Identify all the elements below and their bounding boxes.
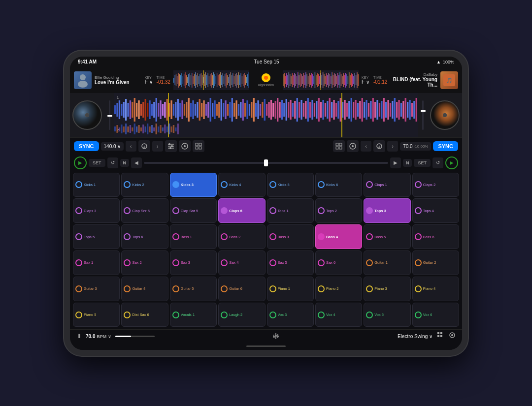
pad-guitar-4[interactable]: Guitar 4 — [121, 277, 168, 301]
right-loop-button[interactable]: ↺ — [432, 157, 443, 168]
pad-piano-6[interactable]: Dist Sax 6 — [121, 303, 168, 327]
record-button[interactable] — [262, 73, 270, 82]
pad-piano-4[interactable]: Piano 4 — [412, 277, 459, 301]
pad-claps-4[interactable]: Clap Snr 5 — [121, 198, 168, 223]
left-play-button[interactable]: ▶ — [74, 156, 87, 169]
pad-tops-5[interactable]: Tops 5 — [73, 224, 120, 249]
pad-tops-1[interactable]: Tops 1 — [267, 198, 314, 223]
left-sync-icon[interactable] — [179, 140, 191, 152]
pad-tops-4[interactable]: Tops 4 — [412, 198, 459, 223]
svg-rect-222 — [127, 126, 129, 132]
svg-rect-316 — [416, 98, 417, 122]
pad-guitar-3[interactable]: Guitar 3 — [73, 277, 120, 301]
svg-rect-157 — [142, 102, 144, 118]
svg-rect-254 — [281, 100, 283, 120]
left-bpm-display[interactable]: 140.0 ∨ — [101, 142, 124, 151]
right-play-button[interactable]: ▶ — [445, 156, 458, 169]
pad-bass-5[interactable]: Bass 5 — [364, 224, 410, 249]
pause-icon[interactable]: ⏸ — [76, 333, 82, 340]
pad-sax-4[interactable]: Sax 4 — [218, 250, 265, 275]
right-turntable[interactable] — [428, 93, 462, 137]
right-loop-icon[interactable]: 4 — [373, 140, 385, 152]
left-cue-back-button[interactable]: ◀ — [131, 157, 142, 168]
pad-piano-5[interactable]: Piano 5 — [73, 303, 120, 327]
pad-sax-5[interactable]: Sax 5 — [267, 250, 314, 275]
svg-rect-285 — [348, 101, 350, 119]
svg-rect-197 — [229, 102, 231, 118]
pad-tops-6[interactable]: Tops 6 — [121, 224, 168, 249]
left-turntable[interactable] — [70, 93, 104, 137]
pad-tops-2[interactable]: Tops 2 — [315, 198, 362, 223]
settings-icon-bottom[interactable] — [448, 331, 456, 341]
pad-sax-6[interactable]: Sax 6 — [315, 250, 362, 275]
right-n-button[interactable]: N — [403, 159, 412, 167]
pad-guitar-5[interactable]: Guitar 5 — [170, 277, 217, 301]
pad-piano-2[interactable]: Piano 2 — [315, 277, 362, 301]
svg-point-323 — [168, 143, 170, 145]
pad-kicks-4[interactable]: Kicks 4 — [218, 173, 265, 197]
svg-rect-178 — [188, 98, 190, 122]
pad-bass-3[interactable]: Bass 3 — [267, 224, 314, 249]
pad-bass-4[interactable]: Bass 4 — [315, 224, 362, 249]
left-pitch-bar[interactable] — [144, 162, 388, 164]
left-disc — [72, 100, 102, 130]
grid-icon-bottom[interactable] — [436, 331, 444, 341]
left-cue-fwd-button[interactable]: ▶ — [390, 157, 401, 168]
left-sync-button[interactable]: SYNC — [74, 141, 99, 151]
pad-vocals-6[interactable]: Vox 6 — [412, 303, 459, 327]
pad-guitar-1[interactable]: Guitar 1 — [364, 250, 410, 275]
pad-claps-1[interactable]: Claps 1 — [364, 173, 410, 197]
pad-piano-3[interactable]: Piano 3 — [364, 277, 410, 301]
svg-rect-206 — [249, 104, 250, 116]
pad-claps-3[interactable]: Claps 3 — [73, 198, 120, 223]
left-bpm-chevron: ∨ — [117, 144, 121, 149]
pad-kicks-3[interactable]: Kicks 3 — [170, 173, 217, 197]
right-sync-button[interactable]: SYNC — [433, 141, 458, 151]
right-sync-icon[interactable] — [347, 140, 359, 152]
pad-tops-3[interactable]: Tops 3 — [364, 198, 410, 223]
svg-rect-202 — [240, 102, 241, 118]
svg-rect-201 — [238, 104, 239, 116]
right-loop-back-button[interactable]: ‹ — [361, 141, 371, 152]
pad-claps-2[interactable]: Claps 2 — [412, 173, 459, 197]
pad-bass-2[interactable]: Bass 2 — [218, 224, 265, 249]
left-fx-icon[interactable] — [165, 140, 177, 152]
pad-kicks-6[interactable]: Kicks 6 — [315, 173, 362, 197]
left-loop-button[interactable]: ↺ — [107, 157, 118, 168]
right-set-button[interactable]: SET — [414, 159, 431, 167]
pad-sax-1[interactable]: Sax 1 — [73, 250, 120, 275]
left-loop-icon[interactable]: 4 — [138, 140, 150, 152]
pad-claps-5[interactable]: Clap Snr 5 — [170, 198, 217, 223]
bpm-slider[interactable] — [115, 336, 155, 337]
pad-claps-6[interactable]: Claps 6 — [218, 198, 265, 223]
right-loop-fwd-button[interactable]: › — [387, 141, 398, 152]
pad-vocals-3[interactable]: Vox 3 — [267, 303, 314, 327]
pad-vocals-5[interactable]: Vox 5 — [364, 303, 410, 327]
left-n-button[interactable]: N — [120, 159, 130, 167]
left-loop-back-button[interactable]: ‹ — [126, 141, 136, 152]
right-volume-slider[interactable] — [422, 100, 424, 130]
svg-rect-153 — [134, 98, 135, 122]
pad-kicks-5[interactable]: Kicks 5 — [267, 173, 314, 197]
pad-kicks-2[interactable]: Kicks 2 — [121, 173, 168, 197]
pad-vocals-2[interactable]: Laugh 2 — [218, 303, 265, 327]
pad-guitar-2[interactable]: Guitar 2 — [412, 250, 459, 275]
right-bpm-display[interactable]: 70.0 -10.00% — [400, 142, 431, 151]
pad-bass-6[interactable]: Bass 6 — [412, 224, 459, 249]
right-grid-icon[interactable] — [333, 140, 345, 152]
pad-piano-1[interactable]: Piano 1 — [267, 277, 314, 301]
pad-vocals-1[interactable]: Vocals 1 — [170, 303, 217, 327]
left-set-button[interactable]: SET — [89, 159, 105, 167]
pad-sax-3[interactable]: Sax 3 — [170, 250, 217, 275]
svg-rect-126 — [344, 75, 345, 85]
pad-vocals-4[interactable]: Vox 4 — [315, 303, 362, 327]
left-loop-fwd-button[interactable]: › — [152, 141, 163, 152]
pad-bass-1[interactable]: Bass 1 — [170, 224, 217, 249]
pad-sax-2[interactable]: Sax 2 — [121, 250, 168, 275]
pad-kicks-1[interactable]: Kicks 1 — [73, 173, 120, 197]
left-grid-icon[interactable] — [193, 140, 204, 152]
mixer-icon-bottom[interactable] — [272, 332, 280, 340]
svg-rect-302 — [385, 102, 387, 118]
left-volume-slider[interactable] — [109, 100, 110, 130]
pad-guitar-6[interactable]: Guitar 6 — [218, 277, 265, 301]
